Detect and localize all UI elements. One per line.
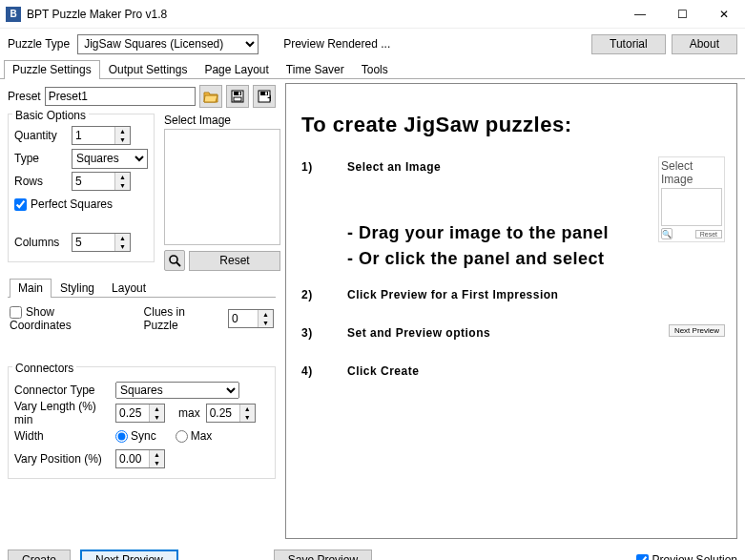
left-panel: Preset + Basic Options Quantity ▲▼ [0,79,283,543]
connectors-group: Connectors Connector Type Squares Vary L… [8,366,276,479]
next-preview-button[interactable]: Next Preview [80,550,178,560]
save-preset-button[interactable] [226,85,249,108]
vary-length-label: Vary Length (%) min [14,400,110,426]
width-sync-radio[interactable]: Sync [115,429,156,443]
clues-stepper[interactable]: ▲▼ [228,309,274,328]
subtab-main[interactable]: Main [10,279,52,298]
preset-label: Preset [8,90,41,103]
about-button[interactable]: About [672,34,737,54]
show-coordinates-checkbox[interactable]: Show Coordinates [10,305,119,332]
tab-time-saver[interactable]: Time Saver [278,60,353,79]
mini-select-image: Select Image 🔍Reset [658,156,725,242]
step-1b: - Or click the panel and select [347,247,721,271]
minimize-button[interactable]: — [619,0,661,29]
save-preview-button[interactable]: Save Preview [274,550,372,560]
width-max-radio[interactable]: Max [176,429,213,443]
tab-page-layout[interactable]: Page Layout [196,60,277,79]
vary-length-max-stepper[interactable]: ▲▼ [206,404,256,423]
chevron-down-icon[interactable]: ▼ [115,135,130,144]
type-label: Type [14,152,66,165]
clues-label: Clues in Puzzle [144,305,222,332]
save-icon [231,90,244,103]
create-button[interactable]: Create [8,550,71,560]
svg-point-8 [170,256,177,263]
width-label: Width [14,429,110,443]
open-preset-button[interactable] [199,85,222,108]
basic-options-legend: Basic Options [12,109,89,122]
clues-input[interactable] [229,310,258,327]
right-panel: To create JigSaw puzzles: 1)Select an Im… [283,79,745,543]
connector-type-select[interactable]: Squares [115,382,239,399]
window-title: BPT Puzzle Maker Pro v1.8 [27,8,619,21]
vary-length-max-label: max [178,406,200,420]
magnify-button[interactable] [164,250,185,271]
chevron-up-icon[interactable]: ▲ [115,127,130,135]
save-preset-plus-button[interactable]: + [253,85,276,108]
tab-output-settings[interactable]: Output Settings [100,60,197,79]
quantity-input[interactable] [72,127,114,144]
type-select[interactable]: Squares [72,149,148,169]
svg-line-9 [176,262,180,266]
connectors-legend: Connectors [12,362,76,375]
puzzle-type-label: Puzzle Type [8,37,70,51]
svg-text:+: + [267,92,271,103]
preset-input[interactable] [45,87,196,106]
app-icon: B [6,7,21,22]
subtab-styling[interactable]: Styling [52,279,103,298]
preview-pane: To create JigSaw puzzles: 1)Select an Im… [285,83,737,539]
rows-stepper[interactable]: ▲▼ [72,172,131,191]
step-3: Set and Preview options [347,326,721,340]
image-drop-panel[interactable] [164,129,280,245]
step-4: Click Create [347,364,721,378]
puzzle-type-select[interactable]: JigSaw Squares (Licensed) [77,34,259,54]
magnify-icon: 🔍 [661,228,673,239]
vary-length-min-stepper[interactable]: ▲▼ [115,404,165,423]
sub-tabs: Main Styling Layout [8,278,276,298]
main-tabs: Puzzle Settings Output Settings Page Lay… [0,59,745,79]
step-2: Click Preview for a First Impression [347,288,721,301]
vary-position-stepper[interactable]: ▲▼ [115,449,165,468]
close-button[interactable]: ✕ [703,0,745,29]
columns-input[interactable] [72,234,114,251]
columns-stepper[interactable]: ▲▼ [72,233,131,252]
vary-position-label: Vary Position (%) [14,452,110,466]
title-bar: B BPT Puzzle Maker Pro v1.8 — ☐ ✕ [0,0,745,29]
folder-open-icon [203,90,218,103]
select-image-group: Select Image Reset [164,114,280,272]
rows-input[interactable] [72,173,114,190]
preview-status: Preview Rendered ... [283,37,586,51]
magnify-icon [168,254,181,267]
connector-type-label: Connector Type [14,384,110,397]
select-image-legend: Select Image [164,114,280,127]
basic-options-group: Basic Options Quantity ▲▼ Type Squares R… [8,114,155,262]
reset-image-button[interactable]: Reset [189,251,280,271]
bottom-bar: Create Next Preview Save Preview Preview… [0,543,745,560]
columns-label: Columns [14,236,66,249]
top-row: Puzzle Type JigSaw Squares (Licensed) Pr… [0,29,745,59]
quantity-stepper[interactable]: ▲▼ [72,126,131,145]
perfect-squares-checkbox[interactable]: Perfect Squares [14,197,113,211]
tab-tools[interactable]: Tools [353,60,397,79]
rows-label: Rows [14,175,66,188]
subtab-layout[interactable]: Layout [103,279,155,298]
svg-rect-2 [238,93,240,95]
preview-solution-checkbox[interactable]: Preview Solution [636,553,737,560]
save-plus-icon: + [258,90,271,103]
maximize-button[interactable]: ☐ [661,0,703,29]
preview-title: To create JigSaw puzzles: [301,113,721,137]
tutorial-button[interactable]: Tutorial [591,34,666,54]
tab-puzzle-settings[interactable]: Puzzle Settings [4,60,100,79]
mini-next-preview: Next Preview [669,324,725,337]
quantity-label: Quantity [14,129,66,142]
